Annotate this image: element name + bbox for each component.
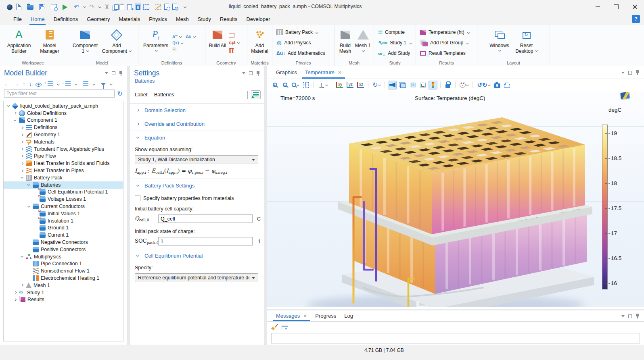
menu-geometry[interactable]: Geometry — [82, 13, 114, 25]
filter-input[interactable] — [4, 89, 115, 98]
panel-menu-icon[interactable] — [242, 72, 245, 74]
model-tree-options-icon[interactable] — [83, 81, 88, 86]
menu-study[interactable]: Study — [193, 13, 215, 25]
redo-dropdown-icon[interactable] — [98, 5, 101, 8]
float-window-icon[interactable] — [112, 71, 115, 75]
virtual-operations-icon[interactable] — [229, 48, 234, 53]
panel-menu-icon[interactable] — [105, 72, 108, 74]
view-orientation-icon[interactable] — [620, 92, 630, 99]
clear-messages-icon[interactable] — [271, 324, 278, 330]
paste-special-icon[interactable] — [127, 4, 132, 10]
tree-item-pipe-connection-1[interactable]: Pipe Connection 1 — [4, 260, 123, 268]
tree-item-global-definitions[interactable]: Global Definitions — [4, 110, 123, 117]
grid-icon[interactable]: ⊞ — [408, 81, 417, 89]
view-yz-icon[interactable]: yz — [345, 81, 355, 89]
scene-light-icon[interactable] — [398, 81, 407, 89]
table-settings-icon[interactable] — [282, 325, 288, 330]
label-input[interactable] — [152, 91, 248, 99]
tree-item-cell-equilibrium-potential-1[interactable]: DCell Equilibrium Potential 1 — [4, 189, 123, 196]
tree-item-battery-pack[interactable]: Battery Pack — [4, 174, 123, 181]
color-legend-icon[interactable] — [429, 81, 437, 89]
panel-menu-icon[interactable] — [621, 72, 625, 74]
section-override-contribution[interactable]: Override and Contribution — [130, 117, 264, 131]
snapshot-icon[interactable] — [493, 81, 502, 89]
maximize-button[interactable] — [607, 0, 625, 13]
tree-item-nonisothermal-flow-1[interactable]: Nonisothermal Flow 1 — [4, 267, 123, 275]
mesh1-button[interactable]: Mesh 1 — [354, 26, 372, 54]
minimize-button[interactable] — [588, 0, 607, 13]
tree-item-ground-1[interactable]: Ground 1 — [4, 225, 123, 232]
float-window-icon[interactable] — [249, 71, 253, 75]
filter-icon[interactable] — [101, 83, 106, 86]
add-study-button[interactable]: ∞↓Add Study — [376, 48, 414, 58]
tree-item-multiphysics[interactable]: Multiphysics — [4, 253, 123, 260]
rebuild-geometry-icon[interactable]: c⇄ — [229, 40, 240, 46]
battery-pack-button[interactable]: Battery Pack — [274, 27, 328, 37]
battery-pack-3d-view[interactable] — [274, 101, 597, 307]
float-window-icon[interactable] — [628, 71, 632, 75]
tab-temperature[interactable]: Temperature✕ — [301, 66, 346, 79]
tab-progress[interactable]: Progress — [311, 310, 340, 321]
tree-item-mesh-1[interactable]: Mesh 1 — [4, 282, 123, 289]
collapse-all-icon[interactable] — [48, 81, 53, 86]
new-file-icon[interactable] — [16, 4, 21, 10]
capacity-input[interactable] — [158, 214, 253, 223]
move-up-icon[interactable]: ↑ — [23, 81, 25, 87]
tree-item-positive-connectors[interactable]: Positive Connectors — [4, 246, 123, 253]
tab-log[interactable]: Log — [340, 310, 357, 321]
update-plot-icon[interactable]: ↺↻ — [476, 81, 491, 89]
import-geometry-icon[interactable] — [229, 33, 234, 37]
float-window-icon[interactable] — [628, 314, 632, 318]
section-domain-selection[interactable]: Domain Selection — [130, 104, 264, 117]
temperature-plot-button[interactable]: Temperature (ht) — [418, 27, 472, 37]
plot-canvas[interactable]: Time=72000 s Surface: Temperature (degC)… — [267, 91, 644, 307]
back-icon[interactable]: ← — [4, 81, 10, 87]
menu-results[interactable]: Results — [215, 13, 242, 25]
delete-icon[interactable] — [136, 5, 140, 10]
menu-file[interactable]: File — [9, 13, 26, 25]
tree-item-study-1[interactable]: Study 1 — [4, 289, 123, 296]
tree-item-materials[interactable]: Materials — [4, 138, 123, 146]
tree-item-liquid-cooled-battery-pack-a-mph[interactable]: liquid_cooled_battery_pack_a.mph — [4, 102, 123, 110]
study1-button[interactable]: ∿∞Study 1 — [376, 37, 414, 48]
axes-orientation-icon[interactable] — [418, 81, 427, 89]
specify-from-materials-checkbox[interactable] — [135, 196, 140, 201]
menu-definitions[interactable]: Definitions — [49, 13, 83, 25]
undo-dropdown-icon[interactable] — [83, 5, 86, 8]
tree-item-electrochemical-heating-1[interactable]: Electrochemical Heating 1 — [4, 275, 123, 282]
model-manager-button[interactable]: Model Manager — [36, 26, 63, 54]
tree-item-initial-values-1[interactable]: DInitial Values 1 — [4, 210, 123, 217]
section-cell-equilibrium-potential[interactable]: Cell Equilibrium Potential — [130, 249, 264, 262]
tree-item-results[interactable]: Results — [4, 296, 123, 304]
find-icon[interactable] — [164, 4, 169, 10]
equation-assuming-dropdown[interactable]: Study 1, Wall Distance Initialization — [135, 155, 258, 164]
add-plot-group-button[interactable]: Add Plot Group — [418, 37, 472, 48]
lock-icon[interactable] — [443, 81, 452, 89]
close-tab-icon[interactable]: ✕ — [303, 313, 307, 319]
undo-icon[interactable]: ↶ — [73, 3, 80, 10]
zoom-out-icon[interactable] — [280, 81, 289, 89]
color-palette-icon[interactable] — [458, 81, 470, 89]
move-down-icon[interactable]: ↓ — [29, 81, 32, 87]
tree-item-turbulent-flow-algebraic-yplus[interactable]: Turbulent Flow, Algebraic yPlus — [4, 146, 123, 153]
specify-dropdown[interactable]: Reference equilibrium potential and temp… — [135, 273, 258, 282]
menu-physics[interactable]: Physics — [144, 13, 171, 25]
transparency-icon[interactable] — [388, 81, 397, 89]
add-mathematics-button[interactable]: Δu↓Add Mathematics — [274, 48, 328, 58]
rename-button[interactable] — [251, 90, 261, 99]
pin-icon[interactable] — [256, 71, 260, 76]
menu-materials[interactable]: Materials — [114, 13, 144, 25]
tree-item-heat-transfer-in-pipes[interactable]: Heat Transfer in Pipes — [4, 167, 123, 174]
compute-button[interactable]: =Compute — [376, 27, 414, 37]
save-as-icon[interactable] — [51, 4, 57, 10]
default-view-icon[interactable] — [316, 81, 329, 89]
redo-icon[interactable]: ↷ — [88, 3, 95, 10]
menu-mesh[interactable]: Mesh — [171, 13, 193, 25]
tab-graphics[interactable]: Graphics — [272, 66, 301, 79]
copy-icon[interactable] — [114, 4, 119, 10]
add-physics-button[interactable]: ⊛Add Physics — [274, 37, 328, 48]
forward-icon[interactable]: → — [13, 81, 19, 87]
tree-item-negative-connectors[interactable]: Negative Connectors — [4, 239, 123, 246]
soc-input[interactable] — [158, 237, 253, 246]
print-icon[interactable] — [503, 81, 512, 89]
